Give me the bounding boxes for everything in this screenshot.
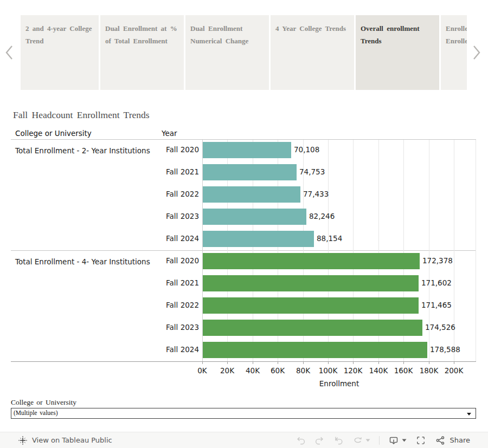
year-label: Fall 2022 bbox=[145, 190, 199, 198]
axis-line bbox=[11, 361, 476, 362]
chevron-right-icon bbox=[470, 43, 484, 62]
bar-value-label: 70,108 bbox=[294, 145, 319, 154]
redo-button[interactable] bbox=[314, 435, 325, 445]
share-button[interactable]: Share bbox=[435, 435, 470, 446]
filter-label: College or University bbox=[11, 398, 76, 407]
year-label: Fall 2020 bbox=[145, 256, 199, 265]
caret-down-icon bbox=[365, 439, 370, 442]
download-icon bbox=[388, 435, 399, 446]
year-label: Fall 2023 bbox=[145, 323, 199, 332]
enrollment-bar[interactable] bbox=[203, 297, 419, 314]
enrollment-bar[interactable] bbox=[203, 209, 306, 225]
share-icon bbox=[435, 435, 446, 446]
section-divider-line bbox=[11, 250, 476, 251]
bar-value-label: 171,602 bbox=[421, 278, 452, 287]
redo-icon bbox=[314, 435, 325, 445]
column-header-college: College or University bbox=[15, 129, 92, 138]
header-divider-line bbox=[11, 139, 476, 140]
x-tick-label: 20K bbox=[210, 366, 245, 375]
toolbar-divider bbox=[379, 436, 380, 445]
chart-title: Fall Headcount Enrollment Trends bbox=[13, 109, 150, 121]
tableau-logo-icon bbox=[18, 436, 28, 445]
x-tick-label: 80K bbox=[286, 366, 320, 375]
college-filter-dropdown[interactable]: (Multiple values) bbox=[11, 408, 476, 419]
undo-button[interactable] bbox=[296, 435, 306, 445]
revert-icon bbox=[333, 435, 344, 445]
tabs-scroll-left-button[interactable] bbox=[2, 43, 16, 62]
enrollment-bar[interactable] bbox=[203, 320, 422, 336]
undo-icon bbox=[296, 435, 306, 445]
sheet-tab-2[interactable]: Dual Enrollment at % of Total Enrollment bbox=[100, 15, 184, 90]
bar-value-label: 171,465 bbox=[421, 301, 452, 309]
chevron-left-icon bbox=[2, 43, 16, 62]
tableau-public-viz: 2 and 4-year College TrendDual Enrollmen… bbox=[0, 0, 488, 448]
sheet-tab-4[interactable]: 4 Year College Trends bbox=[271, 15, 354, 90]
fullscreen-button[interactable] bbox=[415, 435, 426, 446]
sheet-tab-6[interactable]: Enrolle Enrolle bbox=[441, 15, 467, 90]
enrollment-bar[interactable] bbox=[203, 275, 419, 291]
sheet-tab-strip: 2 and 4-year College TrendDual Enrollmen… bbox=[21, 15, 467, 90]
view-on-tableau-public-label: View on Tableau Public bbox=[32, 436, 112, 444]
sheet-tab-1[interactable]: 2 and 4-year College Trend bbox=[21, 15, 99, 90]
year-label: Fall 2021 bbox=[145, 278, 199, 287]
caret-down-icon bbox=[402, 439, 407, 442]
x-tick-label: 40K bbox=[235, 366, 270, 375]
bar-value-label: 172,378 bbox=[422, 256, 453, 265]
refresh-icon bbox=[352, 435, 363, 445]
sheet-tab-5[interactable]: Overall enrollment Trends bbox=[356, 15, 439, 90]
year-label: Fall 2022 bbox=[145, 301, 199, 309]
x-tick-label: 0K bbox=[185, 366, 220, 375]
bar-value-label: 174,526 bbox=[425, 323, 455, 332]
enrollment-bar[interactable] bbox=[203, 231, 314, 247]
year-label: Fall 2021 bbox=[145, 167, 199, 176]
year-label: Fall 2023 bbox=[145, 212, 199, 220]
bar-value-label: 74,753 bbox=[299, 167, 325, 176]
row-header-institution-type: Total Enrollment - 4- Year Institutions bbox=[15, 257, 152, 267]
x-tick-label: 120K bbox=[336, 366, 370, 375]
fullscreen-icon bbox=[415, 435, 426, 446]
bar-value-label: 82,246 bbox=[309, 212, 335, 220]
refresh-button[interactable] bbox=[352, 435, 370, 445]
enrollment-bar[interactable] bbox=[203, 164, 297, 180]
row-header-institution-type: Total Enrollment - 2- Year Institutions bbox=[15, 146, 152, 156]
enrollment-bar[interactable] bbox=[203, 186, 300, 203]
tableau-toolbar: View on Tableau Public bbox=[0, 432, 488, 448]
bar-value-label: 88,154 bbox=[317, 234, 342, 243]
x-tick-label: 200K bbox=[436, 366, 471, 375]
dropdown-caret-icon bbox=[467, 413, 471, 415]
sheet-tab-3[interactable]: Dual Enrollment Numerical Change bbox=[185, 15, 269, 90]
year-label: Fall 2024 bbox=[145, 234, 199, 243]
tab-list: 2 and 4-year College TrendDual Enrollmen… bbox=[21, 15, 467, 90]
tabs-scroll-right-button[interactable] bbox=[470, 43, 484, 62]
filter-selected-value: (Multiple values) bbox=[14, 410, 58, 416]
x-tick-label: 60K bbox=[260, 366, 295, 375]
column-header-year: Year bbox=[162, 129, 177, 138]
year-label: Fall 2024 bbox=[145, 345, 199, 354]
toolbar-actions: Share bbox=[296, 432, 470, 448]
download-button[interactable] bbox=[388, 435, 407, 446]
bar-value-label: 178,588 bbox=[430, 345, 460, 354]
bar-value-label: 77,433 bbox=[303, 190, 329, 198]
enrollment-bar[interactable] bbox=[203, 253, 420, 269]
share-label: Share bbox=[450, 436, 470, 444]
x-tick-label: 180K bbox=[412, 366, 446, 375]
view-on-tableau-public-link[interactable]: View on Tableau Public bbox=[18, 432, 112, 448]
enrollment-bar[interactable] bbox=[203, 342, 427, 358]
year-label: Fall 2020 bbox=[145, 145, 199, 154]
x-tick-label: 100K bbox=[311, 366, 345, 375]
revert-button[interactable] bbox=[333, 435, 344, 445]
x-tick-label: 140K bbox=[361, 366, 396, 375]
x-axis-title: Enrollment bbox=[296, 379, 383, 388]
enrollment-bar[interactable] bbox=[203, 142, 291, 158]
x-tick-label: 160K bbox=[386, 366, 421, 375]
